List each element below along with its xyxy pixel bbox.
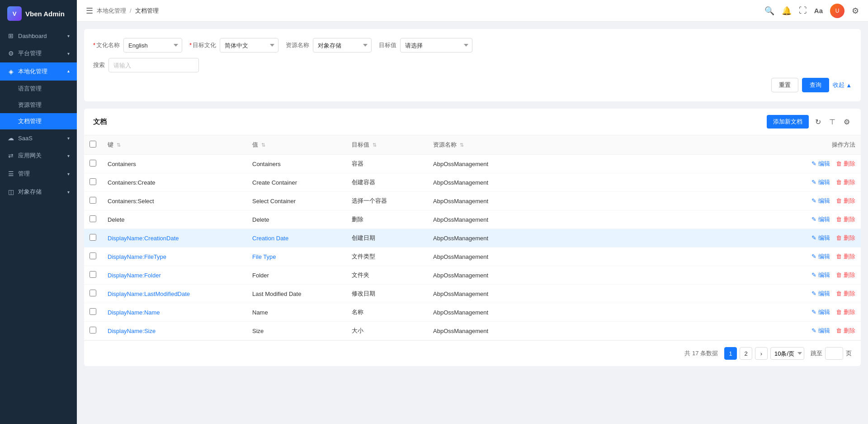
row-checkbox[interactable]	[90, 234, 96, 241]
target-value-label: 目标值	[379, 41, 396, 49]
sort-icon[interactable]: ⇅	[261, 142, 265, 148]
row-checkbox[interactable]	[90, 271, 96, 278]
value-link[interactable]: Creation Date	[252, 235, 288, 242]
culture-label: *文化名称	[93, 41, 120, 49]
edit-button[interactable]: ✎ 编辑	[811, 308, 830, 316]
edit-button[interactable]: ✎ 编辑	[811, 178, 830, 186]
sidebar-item-platform[interactable]: ⚙ 平台管理 ▾	[0, 44, 77, 62]
edit-button[interactable]: ✎ 编辑	[811, 252, 830, 261]
sidebar-item-object-storage[interactable]: ◫ 对象存储 ▾	[0, 183, 77, 201]
row-check	[84, 266, 102, 285]
table-row: DisplayName:Name Name 名称 AbpOssManagemen…	[84, 303, 861, 322]
sidebar-item-lang-manage[interactable]: 语言管理	[0, 81, 77, 97]
edit-button[interactable]: ✎ 编辑	[811, 234, 830, 242]
bell-icon[interactable]: 🔔	[782, 6, 792, 16]
edit-button[interactable]: ✎ 编辑	[811, 160, 830, 168]
row-value: Creation Date	[247, 229, 346, 248]
target-value-select[interactable]: 请选择	[400, 38, 472, 52]
row-checkbox[interactable]	[90, 252, 96, 259]
logo-icon: V	[7, 6, 22, 21]
sidebar: V Vben Admin ⊞ Dashboard ▾ ⚙ 平台管理 ▾ ◈ 本地…	[0, 0, 77, 424]
row-checkbox[interactable]	[90, 197, 96, 204]
sidebar-item-dashboard[interactable]: ⊞ Dashboard ▾	[0, 27, 77, 44]
sidebar-item-manage[interactable]: ☰ 管理 ▾	[0, 165, 77, 183]
row-value: Containers	[247, 155, 346, 173]
sidebar-item-resource-manage[interactable]: 资源管理	[0, 97, 77, 113]
page-jump: 跳至 页	[811, 347, 852, 360]
row-checkbox[interactable]	[90, 308, 96, 315]
value-link[interactable]: File Type	[252, 253, 276, 260]
query-button[interactable]: 查询	[802, 78, 829, 92]
delete-button[interactable]: 🗑 删除	[836, 215, 855, 224]
page-btn-2[interactable]: 2	[740, 347, 752, 360]
edit-button[interactable]: ✎ 编辑	[811, 290, 830, 298]
edit-button[interactable]: ✎ 编辑	[811, 215, 830, 224]
key-link[interactable]: DisplayName:CreationDate	[108, 235, 179, 242]
row-ops: ✎ 编辑 🗑 删除	[518, 248, 861, 266]
resource-select[interactable]: 对象存储	[313, 38, 372, 52]
sidebar-item-label: 对象存储	[18, 188, 42, 196]
edit-button[interactable]: ✎ 编辑	[811, 197, 830, 205]
column-settings-icon[interactable]: ⊤	[827, 116, 837, 128]
collapse-button[interactable]: 收起 ▲	[833, 81, 852, 89]
page-jump-input[interactable]	[825, 347, 843, 360]
row-checkbox[interactable]	[90, 215, 96, 222]
breadcrumb-localization[interactable]: 本地化管理	[97, 7, 126, 15]
delete-button[interactable]: 🗑 删除	[836, 290, 855, 298]
key-link[interactable]: DisplayName:Name	[108, 309, 160, 316]
row-value: Folder	[247, 266, 346, 285]
th-value: 值 ⇅	[247, 135, 346, 155]
key-link[interactable]: DisplayName:FileType	[108, 253, 166, 260]
sidebar-logo: V Vben Admin	[0, 0, 77, 27]
table-card: 文档 添加新文档 ↻ ⊤ ⚙ 键 ⇅	[84, 109, 861, 366]
sort-icon[interactable]: ⇅	[373, 142, 377, 148]
delete-button[interactable]: 🗑 删除	[836, 252, 855, 261]
delete-button[interactable]: 🗑 删除	[836, 271, 855, 279]
page-next-btn[interactable]: ›	[755, 347, 768, 360]
translate-icon[interactable]: Aa	[814, 7, 823, 14]
page-size-select[interactable]: 10条/页 20条/页 50条/页	[770, 347, 804, 360]
row-ops: ✎ 编辑 🗑 删除	[518, 173, 861, 192]
refresh-icon[interactable]: ↻	[813, 116, 823, 128]
select-all-checkbox[interactable]	[90, 141, 96, 148]
sort-icon[interactable]: ⇅	[460, 142, 464, 148]
sidebar-item-gateway[interactable]: ⇄ 应用网关 ▾	[0, 147, 77, 165]
sort-icon[interactable]: ⇅	[117, 142, 121, 148]
search-input[interactable]	[108, 58, 199, 72]
row-checkbox[interactable]	[90, 160, 96, 167]
key-link[interactable]: DisplayName:Size	[108, 328, 156, 334]
avatar[interactable]: U	[830, 4, 844, 18]
expand-icon[interactable]: ⛶	[799, 6, 807, 15]
culture-select[interactable]: English	[123, 38, 182, 52]
delete-button[interactable]: 🗑 删除	[836, 327, 855, 335]
sidebar-item-saas[interactable]: ☁ SaaS ▾	[0, 129, 77, 147]
edit-button[interactable]: ✎ 编辑	[811, 327, 830, 335]
page-total: 共 17 条数据	[684, 349, 718, 357]
menu-toggle-icon[interactable]: ☰	[86, 6, 93, 16]
page-btn-1[interactable]: 1	[724, 347, 737, 360]
delete-button[interactable]: 🗑 删除	[836, 308, 855, 316]
table-config-icon[interactable]: ⚙	[842, 116, 852, 128]
delete-button[interactable]: 🗑 删除	[836, 197, 855, 205]
delete-button[interactable]: 🗑 删除	[836, 160, 855, 168]
sidebar-item-doc-manage[interactable]: 文档管理	[0, 113, 77, 129]
row-checkbox[interactable]	[90, 178, 96, 185]
sidebar-item-localization[interactable]: ◈ 本地化管理 ▾	[0, 62, 77, 81]
delete-button[interactable]: 🗑 删除	[836, 178, 855, 186]
search-icon[interactable]: 🔍	[764, 6, 774, 16]
target-culture-select[interactable]: 简体中文	[220, 38, 278, 52]
row-checkbox[interactable]	[90, 290, 96, 296]
edit-button[interactable]: ✎ 编辑	[811, 271, 830, 279]
key-link[interactable]: DisplayName:LastModifiedDate	[108, 291, 190, 297]
row-value: Delete	[247, 210, 346, 229]
settings-icon[interactable]: ⚙	[852, 6, 859, 16]
delete-button[interactable]: 🗑 删除	[836, 234, 855, 242]
row-check	[84, 173, 102, 192]
add-document-button[interactable]: 添加新文档	[767, 115, 809, 129]
key-link[interactable]: DisplayName:Folder	[108, 272, 161, 279]
table-row: Delete Delete 删除 AbpOssManagement ✎ 编辑 🗑…	[84, 210, 861, 229]
reset-button[interactable]: 重置	[771, 78, 798, 92]
row-target: 选择一个容器	[346, 192, 428, 210]
row-checkbox[interactable]	[90, 327, 96, 333]
row-key: Containers	[102, 155, 247, 173]
